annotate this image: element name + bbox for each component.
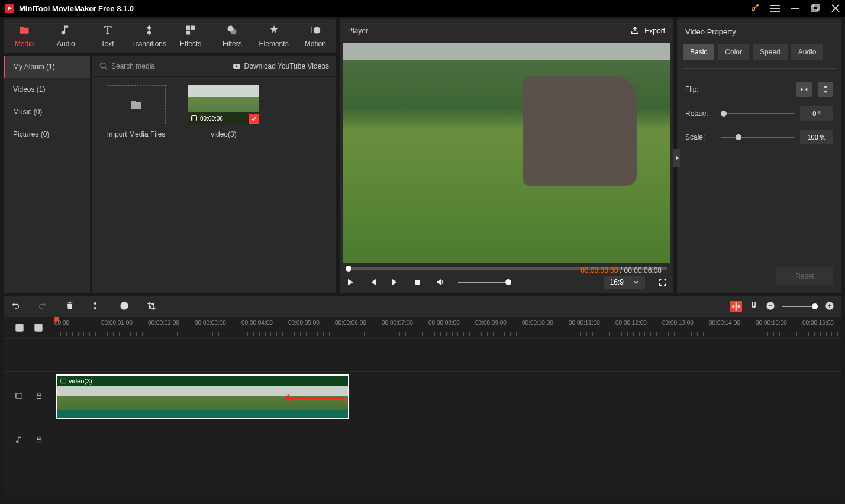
ruler-tick: 00:00:06:00 bbox=[335, 319, 366, 326]
track-spacer[interactable] bbox=[54, 338, 841, 371]
prev-frame-icon[interactable] bbox=[368, 277, 378, 287]
svg-rect-11 bbox=[191, 26, 195, 30]
svg-marker-22 bbox=[348, 279, 353, 286]
close-icon[interactable] bbox=[831, 4, 840, 13]
svg-point-14 bbox=[231, 29, 237, 35]
media-clip-video3[interactable]: 00:00:06 video(3) bbox=[188, 85, 259, 138]
tab-filters[interactable]: Filters bbox=[211, 19, 253, 53]
fullscreen-icon[interactable] bbox=[658, 277, 667, 287]
export-button[interactable]: Export bbox=[630, 26, 665, 35]
ruler-tick: 00:00:11:00 bbox=[569, 319, 600, 326]
menu-icon[interactable] bbox=[770, 4, 780, 13]
aspect-ratio-select[interactable]: 16:9 bbox=[604, 276, 645, 289]
flip-vertical-button[interactable] bbox=[818, 82, 833, 97]
svg-point-16 bbox=[101, 63, 105, 67]
tab-transitions[interactable]: Transitions bbox=[128, 19, 170, 53]
trim-arrow-annotation bbox=[285, 397, 344, 399]
rotate-slider[interactable] bbox=[721, 113, 794, 114]
ruler-tick: 00:00:09:00 bbox=[475, 319, 507, 326]
prop-tab-audio[interactable]: Audio bbox=[791, 44, 824, 60]
track-options-icon[interactable] bbox=[34, 323, 43, 332]
volume-icon[interactable] bbox=[436, 277, 445, 287]
flip-horizontal-button[interactable] bbox=[796, 82, 812, 97]
ruler-tick: 00:00:14:00 bbox=[709, 319, 740, 326]
tab-motion[interactable]: Motion bbox=[295, 19, 336, 53]
scale-slider[interactable] bbox=[721, 137, 794, 138]
svg-rect-2 bbox=[770, 5, 780, 6]
scale-value[interactable]: 100 % bbox=[800, 130, 833, 144]
tab-text[interactable]: Text bbox=[87, 19, 128, 53]
svg-rect-26 bbox=[736, 302, 737, 310]
play-icon[interactable] bbox=[346, 277, 355, 287]
check-icon bbox=[249, 114, 259, 124]
ruler-tick: 00:00:01:00 bbox=[101, 319, 133, 326]
stop-icon[interactable] bbox=[413, 277, 422, 287]
video-track[interactable]: video(3) ⇹ bbox=[54, 371, 841, 419]
svg-rect-4 bbox=[770, 11, 780, 12]
download-youtube-link[interactable]: Download YouTube Videos bbox=[233, 62, 329, 70]
app-icon bbox=[5, 4, 14, 13]
delete-icon[interactable] bbox=[65, 301, 75, 312]
svg-rect-30 bbox=[769, 305, 773, 306]
clip-trim-handle[interactable]: ⇹ bbox=[344, 393, 349, 406]
reset-button[interactable]: Reset bbox=[776, 267, 833, 285]
split-icon[interactable] bbox=[92, 301, 102, 312]
film-icon bbox=[191, 115, 198, 122]
audio-track-icon bbox=[15, 435, 23, 444]
search-input[interactable]: Search media bbox=[99, 62, 228, 70]
volume-slider[interactable] bbox=[458, 282, 511, 283]
svg-rect-39 bbox=[37, 439, 41, 442]
crop-icon[interactable] bbox=[147, 301, 156, 312]
time-display: 00:00:00:00 / 00:00:06:08 bbox=[580, 266, 662, 274]
minimize-icon[interactable] bbox=[791, 4, 800, 13]
svg-rect-3 bbox=[770, 8, 780, 9]
key-icon[interactable] bbox=[750, 4, 760, 13]
next-frame-icon[interactable] bbox=[391, 277, 400, 287]
ruler-tick: 00:00:16:00 bbox=[802, 319, 834, 326]
snap-toggle[interactable] bbox=[730, 301, 742, 312]
svg-rect-38 bbox=[37, 395, 41, 398]
svg-point-1 bbox=[752, 8, 755, 11]
zoom-slider[interactable] bbox=[782, 306, 818, 307]
svg-rect-23 bbox=[415, 280, 420, 285]
zoom-out-icon[interactable] bbox=[766, 301, 775, 312]
ruler-tick: 00:00:15:00 bbox=[756, 319, 787, 326]
prop-tab-color[interactable]: Color bbox=[718, 44, 749, 60]
playhead[interactable] bbox=[56, 317, 56, 495]
ruler[interactable]: 00:0000:00:01:0000:00:02:0000:00:03:0000… bbox=[54, 317, 841, 338]
maximize-icon[interactable] bbox=[811, 4, 820, 13]
svg-rect-40 bbox=[61, 379, 66, 383]
speed-icon[interactable] bbox=[120, 301, 129, 312]
tab-effects[interactable]: Effects bbox=[170, 19, 211, 53]
redo-icon[interactable] bbox=[38, 301, 47, 312]
video-track-icon bbox=[15, 392, 23, 400]
album-music[interactable]: Music (0) bbox=[4, 101, 90, 123]
album-pictures[interactable]: Pictures (0) bbox=[4, 123, 90, 146]
panel-collapse-handle[interactable] bbox=[673, 149, 680, 167]
album-videos[interactable]: Videos (1) bbox=[4, 78, 90, 101]
album-my-album[interactable]: My Album (1) bbox=[4, 56, 90, 78]
zoom-in-icon[interactable] bbox=[825, 301, 834, 312]
svg-rect-12 bbox=[186, 31, 191, 35]
add-track-icon[interactable] bbox=[15, 323, 24, 332]
tab-media[interactable]: Media bbox=[4, 19, 45, 53]
lock-icon[interactable] bbox=[35, 392, 43, 400]
svg-rect-7 bbox=[813, 4, 819, 10]
flip-label: Flip: bbox=[685, 85, 715, 93]
prop-tab-basic[interactable]: Basic bbox=[683, 44, 714, 60]
timeline-toolbar bbox=[4, 296, 841, 317]
timeline-clip-video3[interactable]: video(3) ⇹ bbox=[56, 374, 349, 419]
prop-tab-speed[interactable]: Speed bbox=[753, 44, 788, 60]
svg-rect-27 bbox=[732, 305, 734, 308]
svg-rect-28 bbox=[738, 305, 740, 308]
undo-icon[interactable] bbox=[11, 301, 20, 312]
ruler-tick: 00:00:04:00 bbox=[241, 319, 273, 326]
tab-elements[interactable]: Elements bbox=[253, 19, 295, 53]
import-media-button[interactable]: Import Media Files bbox=[101, 85, 172, 138]
audio-track[interactable] bbox=[54, 419, 841, 459]
magnet-icon[interactable] bbox=[749, 301, 759, 312]
rotate-value[interactable]: 0 ° bbox=[800, 106, 833, 121]
tab-audio[interactable]: Audio bbox=[45, 19, 86, 53]
title-bar: MiniTool MovieMaker Free 8.1.0 bbox=[0, 0, 845, 17]
lock-icon[interactable] bbox=[35, 435, 43, 444]
